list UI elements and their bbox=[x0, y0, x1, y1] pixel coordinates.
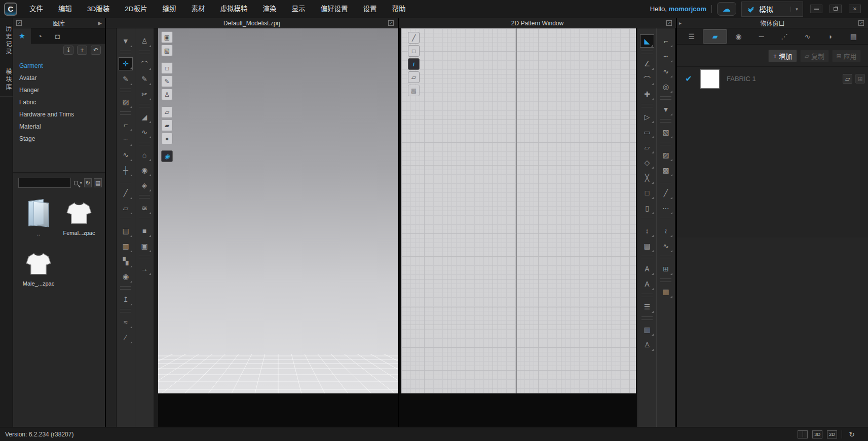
download-icon[interactable]: ↧ bbox=[63, 46, 73, 55]
fold-arrangement-icon[interactable]: ▱ bbox=[119, 202, 133, 215]
view-2d-button[interactable]: 2D bbox=[827, 430, 837, 438]
trace-icon[interactable]: □ bbox=[640, 186, 654, 199]
library-item-avatar[interactable]: Avatar bbox=[13, 72, 105, 84]
seam-allowance-icon[interactable]: ▯ bbox=[640, 202, 654, 215]
restore-button[interactable] bbox=[829, 5, 842, 13]
text-tool-icon[interactable]: A bbox=[640, 262, 654, 275]
object-tab-measure[interactable]: ▤ bbox=[842, 29, 865, 44]
dart-tool-icon[interactable]: ◇ bbox=[640, 156, 654, 169]
object-tab-puckering[interactable]: ∿ bbox=[796, 29, 819, 44]
show-garment-icon[interactable]: □ bbox=[161, 62, 173, 74]
object-tab-button[interactable]: ◉ bbox=[727, 29, 750, 44]
menu-render[interactable]: 渲染 bbox=[256, 0, 284, 18]
search-options-caret[interactable]: ▾ bbox=[80, 181, 82, 185]
dart-icon[interactable]: ◢ bbox=[137, 110, 152, 124]
tape-measure-icon[interactable]: ≈ bbox=[119, 315, 133, 329]
detect-sewing-icon[interactable]: ◎ bbox=[659, 80, 673, 93]
measure-length-icon[interactable]: ↕ bbox=[640, 224, 654, 237]
curve-pen-icon[interactable]: ∿ bbox=[137, 126, 152, 139]
texture-shirt-icon[interactable]: ▨ bbox=[659, 148, 673, 162]
check-icon[interactable]: ✔ bbox=[677, 74, 700, 84]
menu-2d-pattern[interactable]: 2D板片 bbox=[118, 0, 154, 18]
menu-settings[interactable]: 设置 bbox=[356, 0, 384, 18]
reset-view-icon[interactable]: ↻ bbox=[847, 430, 857, 438]
texture-swatch-icon[interactable]: ▣ bbox=[137, 239, 152, 253]
measure-tape-icon[interactable]: ▤ bbox=[640, 239, 654, 253]
bind-icon[interactable]: ▚ bbox=[119, 255, 133, 268]
rail-tab-history[interactable]: 历史记录 bbox=[0, 20, 13, 61]
internal-polygon-icon[interactable]: ▱ bbox=[640, 141, 654, 154]
library-item-fabric[interactable]: Fabric bbox=[13, 96, 105, 108]
pressure-icon[interactable]: ◉ bbox=[119, 270, 133, 283]
flatten-shirt-icon[interactable]: ▧ bbox=[659, 126, 673, 139]
split-view-icon[interactable] bbox=[798, 430, 808, 438]
object-tab-pin[interactable]: ─ bbox=[750, 29, 773, 44]
segment-sewing-2d-icon[interactable]: ┄ bbox=[659, 50, 673, 63]
collapse-icon[interactable]: ▶ bbox=[98, 20, 102, 26]
object-tab-piping[interactable]: ◗ bbox=[819, 29, 842, 44]
grading-icon[interactable]: ☰ bbox=[640, 300, 654, 313]
avatar-silhouette-icon[interactable]: ● bbox=[161, 133, 173, 144]
ruler-icon[interactable]: ∕ bbox=[119, 331, 133, 344]
menu-avatar[interactable]: 虚拟模特 bbox=[213, 0, 255, 18]
show-pins-2d-icon[interactable]: ╱ bbox=[408, 32, 420, 44]
popout-icon[interactable]: ↗ bbox=[388, 20, 394, 26]
simulate-icon[interactable]: ▼ bbox=[119, 34, 133, 48]
refresh-icon[interactable]: ↻ bbox=[84, 178, 92, 187]
object-tab-fabric[interactable]: ▰ bbox=[703, 29, 727, 44]
zipper-icon[interactable]: ≋ bbox=[137, 202, 152, 215]
free-sewing-icon[interactable]: ∿ bbox=[119, 148, 133, 162]
pattern-to-3d-icon[interactable]: ↥ bbox=[119, 293, 133, 306]
show-avatar-icon[interactable]: ♙ bbox=[161, 89, 173, 100]
puckering-h-icon[interactable]: ∿ bbox=[659, 239, 673, 253]
pin-sewing-icon[interactable]: ┼ bbox=[119, 164, 133, 177]
menu-help[interactable]: 帮助 bbox=[385, 0, 413, 18]
padlock-icon[interactable]: ◈ bbox=[137, 179, 152, 192]
copy-button[interactable]: ▱复制 bbox=[800, 50, 829, 62]
menu-sewing[interactable]: 缝纫 bbox=[156, 0, 183, 18]
sewing-cut-icon[interactable]: ✂ bbox=[137, 88, 152, 101]
sewing-pen-icon[interactable]: ✎ bbox=[137, 72, 152, 86]
fit-map-icon[interactable]: ▧ bbox=[161, 45, 173, 56]
checker-shirt-icon[interactable]: ▩ bbox=[659, 164, 673, 177]
pattern-info-icon[interactable]: i bbox=[408, 58, 420, 70]
object-tab-list[interactable]: ☰ bbox=[680, 29, 703, 44]
file-male-zpac[interactable]: Male_...zpac bbox=[18, 248, 59, 298]
add-point-icon[interactable]: ✚ bbox=[640, 88, 654, 101]
fabric-swatch-icon[interactable]: ■ bbox=[137, 224, 152, 237]
search-icon[interactable] bbox=[74, 181, 78, 185]
puckering-v-icon[interactable]: ≀ bbox=[659, 224, 673, 237]
show-sewing-icon[interactable]: ✎ bbox=[161, 75, 173, 87]
copy-fabric-icon[interactable]: ▱ bbox=[843, 74, 852, 84]
library-item-material[interactable]: Material bbox=[13, 121, 105, 133]
text-style-icon[interactable]: A bbox=[640, 277, 654, 291]
sewing-machine-icon[interactable]: ⌐ bbox=[659, 34, 673, 48]
file-female-zpac[interactable]: Femal...zpac bbox=[59, 197, 99, 248]
edit-sewing-icon[interactable]: ⌐ bbox=[119, 118, 133, 131]
file-parent-folder[interactable]: .. bbox=[18, 197, 59, 248]
apply-button[interactable]: ⊞应用 bbox=[832, 50, 861, 62]
show-bounding-icon[interactable]: ▰ bbox=[161, 119, 173, 131]
pin-icon[interactable]: ╱ bbox=[119, 186, 133, 199]
show-environment-icon[interactable]: ◉ bbox=[161, 150, 173, 162]
menu-edit[interactable]: 编辑 bbox=[51, 0, 79, 18]
clone-layer-icon[interactable]: ▥ bbox=[640, 323, 654, 336]
rail-tab-module-library[interactable]: 模块库 bbox=[0, 63, 13, 97]
menu-preferences[interactable]: 偏好设置 bbox=[314, 0, 355, 18]
library-tab-favorites[interactable]: ★ bbox=[13, 28, 31, 44]
view-mode-icon[interactable]: ▤ bbox=[94, 178, 102, 187]
select-mesh-icon[interactable]: ▨ bbox=[119, 95, 133, 108]
polygon-icon[interactable]: ▷ bbox=[640, 110, 654, 124]
basting-icon[interactable]: ⋯ bbox=[659, 202, 673, 215]
button-icon[interactable]: ◉ bbox=[137, 164, 152, 177]
close-button[interactable]: ✕ bbox=[849, 5, 861, 13]
3d-viewport[interactable]: ▣▧□✎♙▱▰●◉ bbox=[158, 28, 398, 393]
popout-icon[interactable]: ↗ bbox=[666, 20, 672, 26]
clo-cloud-button[interactable]: ☁ bbox=[717, 2, 736, 16]
select-move-icon[interactable]: ✛ bbox=[119, 57, 133, 70]
menu-file[interactable]: 文件 bbox=[22, 0, 50, 18]
rectangle-icon[interactable]: ▭ bbox=[640, 126, 654, 139]
topstitch-icon[interactable]: ╱ bbox=[659, 186, 673, 199]
add-pattern-icon[interactable]: ⊞ bbox=[659, 262, 673, 275]
show-base-pattern-icon[interactable]: ▱ bbox=[408, 71, 420, 83]
